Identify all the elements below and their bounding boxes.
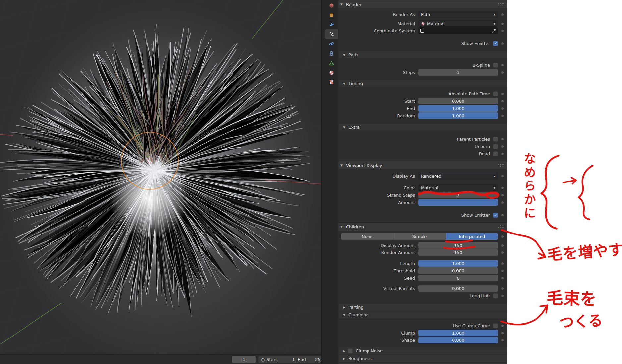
timing-end-label: End <box>340 106 418 111</box>
animate-dot[interactable] <box>501 138 504 140</box>
physics-icon <box>329 41 334 47</box>
tab-scene[interactable] <box>325 1 338 10</box>
timing-start-slider[interactable]: 0.000 <box>418 98 498 104</box>
material-dropdown[interactable]: Material ▾ <box>418 20 498 27</box>
tab-material[interactable] <box>325 68 338 78</box>
subpanel-header-parting[interactable]: ▶ Parting <box>338 304 507 311</box>
tab-object[interactable] <box>325 10 338 20</box>
animate-dot[interactable] <box>501 262 504 265</box>
start-frame-field[interactable]: ◷ Start 1 <box>258 356 298 363</box>
animate-dot[interactable] <box>501 23 504 25</box>
threshold-slider[interactable]: 0.000 <box>418 267 498 274</box>
scene-icon <box>329 3 334 8</box>
note-increase-hair-text: 毛を増やす <box>547 242 622 263</box>
animate-dot[interactable] <box>501 13 504 16</box>
animate-dot[interactable] <box>501 100 504 102</box>
animate-dot[interactable] <box>501 201 504 204</box>
bspline-checkbox[interactable] <box>493 63 498 68</box>
strand-steps-field[interactable]: 7 <box>418 192 498 198</box>
timing-end-slider[interactable]: 1.000 <box>418 105 498 112</box>
animate-dot[interactable] <box>501 115 504 117</box>
animate-dot[interactable] <box>501 251 504 254</box>
animate-dot[interactable] <box>501 339 504 341</box>
subpanel-header-clumping[interactable]: ▼ Clumping <box>338 311 507 318</box>
timing-end-row: End 1.000 <box>338 105 507 112</box>
tab-texture[interactable] <box>325 78 338 87</box>
children-mode-none[interactable]: None <box>341 233 393 240</box>
absolute-path-time-label: Absolute Path Time <box>449 91 490 96</box>
shape-slider[interactable]: 0.000 <box>418 337 498 343</box>
children-mode-interpolated[interactable]: Interpolated <box>446 233 498 240</box>
subpanel-header-clump-noise[interactable]: ▶ Clump Noise <box>338 347 507 354</box>
subpanel-header-timing[interactable]: ▼ Timing <box>338 80 507 87</box>
clump-noise-checkbox[interactable] <box>348 348 353 353</box>
eyedropper-icon[interactable] <box>492 29 496 33</box>
absolute-path-time-checkbox[interactable] <box>493 91 498 96</box>
animate-dot[interactable] <box>501 30 504 32</box>
animate-dot[interactable] <box>501 42 504 45</box>
unborn-checkbox[interactable] <box>493 144 498 149</box>
virtual-parents-label: Virtual Parents <box>340 286 418 291</box>
animate-dot[interactable] <box>501 64 504 66</box>
animate-dot[interactable] <box>501 145 504 148</box>
animate-dot[interactable] <box>501 325 504 327</box>
subpanel-header-extra[interactable]: ▼ Extra <box>338 124 507 130</box>
animate-dot[interactable] <box>501 194 504 196</box>
children-mode-row: None Simple Interpolated <box>338 233 507 240</box>
animate-dot[interactable] <box>501 287 504 290</box>
steps-field[interactable]: 3 <box>418 69 498 76</box>
tab-object-data[interactable] <box>325 58 338 68</box>
use-clump-curve-checkbox[interactable] <box>493 323 498 328</box>
current-frame-field[interactable]: 1 <box>232 356 256 363</box>
subpanel-header-roughness[interactable]: ▶ Roughness <box>338 355 507 362</box>
virtual-parents-slider[interactable]: 0.000 <box>418 285 498 292</box>
animate-dot[interactable] <box>501 175 504 177</box>
animate-dot[interactable] <box>501 270 504 272</box>
animate-dot[interactable] <box>501 93 504 95</box>
animate-dot[interactable] <box>501 214 504 216</box>
length-slider[interactable]: 1.000 <box>418 260 498 267</box>
parent-particles-row: Parent Particles <box>338 136 507 142</box>
display-amount-field[interactable]: 150 <box>418 242 498 249</box>
coordinate-system-field[interactable] <box>418 27 498 34</box>
clump-slider[interactable]: 1.000 <box>418 330 498 336</box>
display-as-dropdown[interactable]: Rendered ▾ <box>418 173 498 179</box>
constraints-icon <box>329 51 334 56</box>
show-emitter-checkbox[interactable]: ✓ <box>493 41 498 46</box>
animate-dot[interactable] <box>501 295 504 297</box>
disclosure-open-icon: ▼ <box>343 126 348 129</box>
render-amount-field[interactable]: 150 <box>418 249 498 256</box>
subpanel-header-path[interactable]: ▼ Path <box>338 51 507 58</box>
animate-dot[interactable] <box>501 244 504 247</box>
panel-grip-icon[interactable] <box>498 164 504 167</box>
panel-grip-icon[interactable] <box>498 3 504 6</box>
tab-constraints[interactable] <box>325 49 338 58</box>
tab-modifiers[interactable] <box>325 20 338 29</box>
color-dropdown[interactable]: Material ▾ <box>418 184 498 191</box>
children-mode-simple[interactable]: Simple <box>393 233 446 240</box>
parent-particles-checkbox[interactable] <box>493 137 498 142</box>
3d-viewport[interactable]: 1 ◷ Start 1 End 250 <box>0 0 321 364</box>
animate-dot[interactable] <box>501 107 504 110</box>
panel-header-viewport-display[interactable]: ▼ Viewport Display <box>338 161 507 169</box>
timing-random-slider[interactable]: 1.000 <box>418 112 498 119</box>
tab-particles[interactable] <box>325 29 338 39</box>
seed-field[interactable]: 0 <box>418 275 498 281</box>
panel-header-render[interactable]: ▼ Render <box>338 0 507 8</box>
animate-dot[interactable] <box>501 187 504 189</box>
render-as-dropdown[interactable]: Path ▾ <box>418 11 498 18</box>
animate-dot[interactable] <box>501 277 504 279</box>
dead-checkbox[interactable] <box>493 151 498 156</box>
subpanel-header-kink[interactable]: ▶ Kink <box>338 363 507 364</box>
long-hair-checkbox[interactable] <box>493 293 498 298</box>
animate-dot[interactable] <box>501 235 504 238</box>
end-frame-field[interactable]: End 250 <box>295 356 321 363</box>
panel-header-children[interactable]: ▼ Children <box>338 222 507 231</box>
animate-dot[interactable] <box>501 153 504 155</box>
vd-show-emitter-checkbox[interactable]: ✓ <box>493 213 498 218</box>
animate-dot[interactable] <box>501 332 504 334</box>
panel-grip-icon[interactable] <box>498 225 504 229</box>
animate-dot[interactable] <box>501 71 504 74</box>
tab-physics[interactable] <box>325 39 338 49</box>
amount-slider[interactable] <box>418 199 498 206</box>
